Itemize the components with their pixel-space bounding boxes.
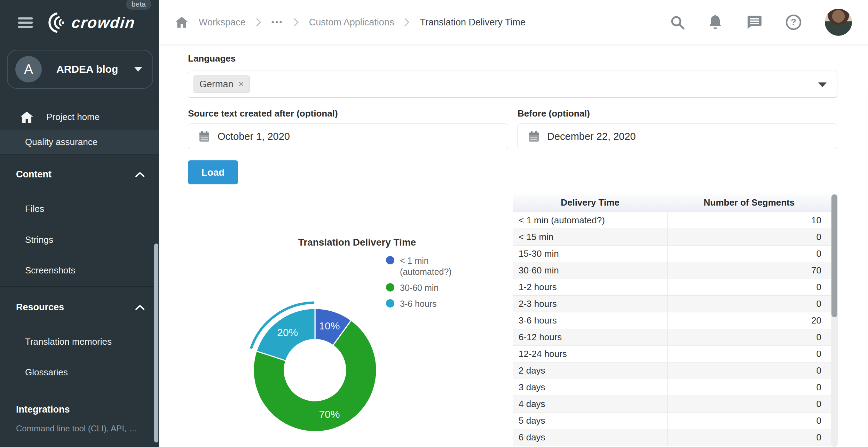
- sidebar-item-label: Quality assurance: [25, 137, 97, 147]
- table-row[interactable]: 6 days0: [513, 429, 831, 446]
- cell-delivery-time: 1-2 hours: [513, 279, 667, 295]
- cell-number-of-segments: 0: [667, 279, 831, 295]
- remove-tag-icon[interactable]: ×: [238, 79, 244, 90]
- breadcrumb-current-page: Translation Delivery Time: [420, 17, 526, 28]
- table-row[interactable]: 30-60 min70: [513, 262, 831, 279]
- cell-delivery-time: 6-12 hours: [513, 329, 667, 345]
- cell-delivery-time: 15-30 min: [513, 245, 667, 262]
- home-icon: [20, 111, 34, 123]
- legend-item[interactable]: < 1 min (automated?): [386, 255, 459, 277]
- divider: [0, 446, 159, 446]
- sidebar-item-project-home[interactable]: Project home: [0, 104, 159, 130]
- cell-number-of-segments: 0: [667, 329, 831, 345]
- cell-number-of-segments: 0: [667, 362, 831, 379]
- donut-chart: 10%70%20%: [239, 294, 390, 447]
- divider: [0, 388, 159, 388]
- breadcrumb: Workspace ••• Custom Applications Transl…: [175, 16, 526, 29]
- sidebar-item-quality-assurance[interactable]: Quality assurance: [0, 130, 159, 154]
- table-row[interactable]: < 15 min0: [513, 229, 831, 245]
- sidebar-scrollbar[interactable]: [154, 244, 158, 442]
- cell-number-of-segments: 20: [667, 312, 831, 329]
- sidebar-item-label: Translation memories: [25, 336, 112, 347]
- page-edge-line: [867, 90, 867, 447]
- section-label: Integrations: [16, 404, 70, 415]
- svg-text:?: ?: [791, 17, 796, 27]
- table-header-row: Delivery Time Number of Segments: [513, 194, 831, 212]
- sidebar-section-integrations[interactable]: Integrations: [0, 400, 159, 418]
- table-row[interactable]: 3 days0: [513, 379, 831, 396]
- breadcrumb-home-icon[interactable]: [175, 16, 188, 29]
- languages-label: Languages: [188, 53, 236, 64]
- slice-percent-label: 70%: [319, 408, 340, 420]
- cell-number-of-segments: 0: [667, 295, 831, 312]
- legend-item[interactable]: 3-6 hours: [386, 298, 459, 309]
- cell-delivery-time: 2 days: [513, 362, 667, 379]
- messages-icon[interactable]: [745, 14, 762, 30]
- cell-delivery-time: 30-60 min: [513, 262, 667, 279]
- cell-number-of-segments: 0: [667, 245, 831, 262]
- beta-badge: beta: [126, 0, 151, 10]
- table-row[interactable]: 1-2 hours0: [513, 279, 831, 295]
- table-row[interactable]: 15-30 min0: [513, 245, 831, 262]
- sidebar: crowdin beta A ARDEA blog Project home Q…: [0, 0, 159, 447]
- load-button[interactable]: Load: [188, 160, 238, 184]
- sidebar-item-glossaries[interactable]: Glossaries: [0, 362, 159, 383]
- crowdin-logo[interactable]: crowdin beta: [45, 12, 135, 33]
- sidebar-item-strings[interactable]: Strings: [0, 229, 159, 250]
- calendar-icon: [528, 130, 539, 142]
- table-scrollbar-thumb[interactable]: [831, 194, 837, 317]
- chevron-up-icon: [135, 305, 144, 310]
- cell-number-of-segments: 0: [667, 429, 831, 446]
- table-row[interactable]: 6-12 hours0: [513, 329, 831, 345]
- table-row[interactable]: 2 days0: [513, 362, 831, 379]
- table-row[interactable]: < 1 min (automated?)10: [513, 212, 831, 229]
- sidebar-item-files[interactable]: Files: [0, 198, 159, 219]
- before-date-input[interactable]: December 22, 2020: [518, 123, 837, 149]
- after-date-input[interactable]: October 1, 2020: [188, 123, 508, 149]
- breadcrumb-workspace[interactable]: Workspace: [199, 17, 246, 28]
- search-icon[interactable]: [670, 15, 685, 30]
- table-row[interactable]: 3-6 hours20: [513, 312, 831, 329]
- cell-number-of-segments: 70: [667, 262, 831, 279]
- table-row[interactable]: 4 days0: [513, 396, 831, 412]
- table-row[interactable]: 2-3 hours0: [513, 295, 831, 312]
- chart-title: Translation Delivery Time: [249, 237, 465, 248]
- user-avatar[interactable]: [825, 9, 852, 36]
- column-header-delivery-time[interactable]: Delivery Time: [513, 194, 667, 212]
- cell-delivery-time: 3-6 hours: [513, 312, 667, 329]
- column-header-number-of-segments[interactable]: Number of Segments: [667, 194, 831, 212]
- help-icon[interactable]: ?: [785, 14, 802, 31]
- cell-number-of-segments: 0: [667, 345, 831, 362]
- legend-dot-icon: [386, 283, 394, 292]
- cell-number-of-segments: 0: [667, 379, 831, 396]
- legend-item[interactable]: 30-60 min: [386, 282, 459, 293]
- cell-delivery-time: 12-24 hours: [513, 345, 667, 362]
- legend-label: 30-60 min: [400, 282, 439, 293]
- sidebar-section-content[interactable]: Content: [0, 165, 159, 183]
- hamburger-menu-icon[interactable]: [18, 17, 33, 28]
- sidebar-header: crowdin beta: [0, 0, 159, 45]
- crowdin-logo-icon: [45, 12, 69, 33]
- language-tag-label: German: [199, 79, 234, 90]
- chevron-right-icon: [256, 18, 261, 26]
- legend-dot-icon: [386, 299, 394, 308]
- breadcrumb-custom-applications[interactable]: Custom Applications: [309, 17, 394, 28]
- sidebar-item-label: Project home: [46, 112, 100, 122]
- section-label: Content: [16, 169, 52, 180]
- table-scrollbar[interactable]: [831, 194, 838, 447]
- select-caret-icon: [818, 82, 827, 87]
- crowdin-wordmark: crowdin: [71, 14, 136, 31]
- divider: [0, 103, 159, 103]
- divider: [0, 286, 159, 287]
- sidebar-item-screenshots[interactable]: Screenshots: [0, 260, 159, 281]
- caret-down-icon: [134, 67, 142, 72]
- breadcrumb-ellipsis[interactable]: •••: [271, 17, 283, 27]
- sidebar-item-translation-memories[interactable]: Translation memories: [0, 331, 159, 352]
- languages-select[interactable]: German ×: [188, 71, 837, 98]
- notifications-bell-icon[interactable]: [708, 14, 723, 30]
- table-row[interactable]: 12-24 hours0: [513, 345, 831, 362]
- cell-delivery-time: 5 days: [513, 412, 667, 429]
- project-selector[interactable]: A ARDEA blog: [7, 50, 153, 89]
- sidebar-section-resources[interactable]: Resources: [0, 298, 159, 316]
- table-row[interactable]: 5 days0: [513, 412, 831, 429]
